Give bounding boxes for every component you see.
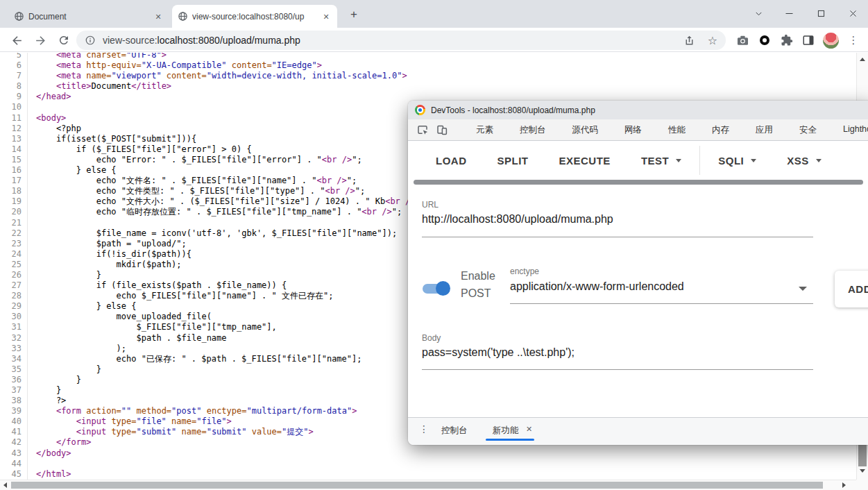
tab-close-icon[interactable]: ✕: [321, 11, 332, 22]
forward-button[interactable]: [32, 32, 49, 49]
devtools-title: DevTools - localhost:8080/upload/muma.ph…: [431, 105, 595, 115]
tab-console[interactable]: 控制台: [520, 124, 546, 136]
window-minimize-button[interactable]: [778, 3, 799, 24]
body-field-underline: [422, 369, 813, 370]
page-info-icon[interactable]: [85, 35, 96, 46]
scroll-right-icon[interactable]: [842, 482, 846, 488]
source-line: 8 <title>Document</title>: [0, 81, 856, 92]
address-text: view-source:localhost:8080/upload/muma.p…: [103, 35, 683, 46]
chrome-logo-icon: [415, 105, 425, 115]
body-field-value[interactable]: pass=system('type ..\test.php');: [422, 346, 575, 359]
toggle-thumb: [436, 281, 450, 296]
body-field-label: Body: [422, 333, 441, 343]
drawer-tab-whats-new[interactable]: 新功能: [493, 425, 519, 437]
devtools-tabs: 元素 控制台 源代码 网络 性能 内存 应用 安全 Lighthouse: [476, 124, 868, 136]
scroll-left-icon[interactable]: [3, 482, 7, 488]
scrollbar-corner: [856, 480, 868, 490]
tab-sources[interactable]: 源代码: [572, 124, 599, 136]
tab-view-source[interactable]: view-source:localhost:8080/up ✕: [172, 5, 337, 28]
chevron-down-icon: [816, 159, 822, 162]
address-path: localhost:8080/upload/muma.php: [158, 35, 300, 46]
split-button[interactable]: SPLIT: [497, 155, 529, 167]
hackbar-buttons: LOAD SPLIT EXECUTE TEST SQLI XSS: [408, 144, 868, 177]
tab-security[interactable]: 安全: [799, 124, 817, 136]
profile-avatar[interactable]: [822, 32, 839, 49]
screenshot-camera-icon[interactable]: [734, 32, 751, 49]
execute-button[interactable]: EXECUTE: [559, 155, 611, 167]
tab-strip: Document ✕ view-source:localhost:8080/up…: [0, 0, 868, 28]
enctype-select-value[interactable]: application/x-www-form-urlencoded: [510, 280, 684, 293]
window-chevron-button[interactable]: [748, 3, 769, 24]
browser-window: Document ✕ view-source:localhost:8080/up…: [0, 0, 868, 490]
browser-menu-icon[interactable]: ⋮: [845, 32, 862, 49]
source-line: 43</body>: [0, 448, 856, 459]
reload-button[interactable]: [56, 32, 72, 49]
window-maximize-button[interactable]: [810, 3, 831, 24]
hackbar-panel: LOAD SPLIT EXECUTE TEST SQLI XSS URL htt…: [408, 141, 868, 417]
chevron-down-icon: [751, 159, 756, 162]
source-line: 44: [0, 459, 856, 469]
drawer-menu-icon[interactable]: ⋮: [419, 423, 429, 435]
add-button[interactable]: ADD: [835, 271, 868, 307]
device-toolbar-icon[interactable]: [436, 123, 448, 137]
tab-document[interactable]: Document ✕: [8, 5, 169, 28]
horizontal-scroll-thumb[interactable]: [11, 482, 823, 489]
new-tab-button[interactable]: +: [346, 7, 361, 22]
enctype-field-underline: [510, 303, 813, 304]
source-line: 5 <meta charset="UTF-8">: [0, 53, 856, 60]
tab-network[interactable]: 网络: [624, 124, 642, 136]
drawer-tab-console[interactable]: 控制台: [441, 425, 468, 437]
tab-performance[interactable]: 性能: [668, 124, 686, 136]
window-close-button[interactable]: [842, 3, 863, 24]
tab-title: Document: [28, 12, 148, 22]
xss-menu-button[interactable]: XSS: [787, 155, 822, 167]
panel-scrollbar-thumb[interactable]: [414, 180, 863, 185]
tab-application[interactable]: 应用: [756, 124, 773, 136]
source-line: 7 <meta name="viewport" content="width=d…: [0, 71, 856, 81]
source-line: 6 <meta http-equiv="X-UA-Compatible" con…: [0, 60, 856, 71]
load-button[interactable]: LOAD: [436, 155, 467, 167]
side-panel-icon[interactable]: [800, 32, 817, 49]
source-line: 45</html>: [0, 469, 856, 480]
devtools-titlebar[interactable]: DevTools - localhost:8080/upload/muma.ph…: [408, 101, 868, 119]
recorder-ring-icon[interactable]: [756, 32, 773, 49]
globe-favicon-icon: [14, 11, 24, 22]
globe-favicon-icon: [178, 11, 188, 22]
chevron-down-icon: [676, 159, 681, 162]
url-field-underline: [422, 237, 813, 237]
url-field-value[interactable]: http://localhost:8080/upload/muma.php: [422, 213, 613, 226]
enctype-field-label: enctype: [510, 267, 539, 276]
test-menu-button[interactable]: TEST: [641, 155, 681, 167]
devtools-window: DevTools - localhost:8080/upload/muma.ph…: [408, 101, 868, 445]
tab-memory[interactable]: 内存: [712, 124, 729, 136]
button-divider: [699, 146, 700, 175]
enable-post-label: Enable POST: [461, 267, 511, 302]
back-button[interactable]: [8, 32, 25, 49]
tab-title: view-source:localhost:8080/up: [192, 12, 316, 22]
sqli-menu-button[interactable]: SQLI: [718, 155, 756, 167]
bookmark-star-icon[interactable]: ☆: [708, 34, 717, 47]
devtools-tabbar: 元素 控制台 源代码 网络 性能 内存 应用 安全 Lighthouse: [408, 119, 868, 141]
horizontal-scrollbar[interactable]: [0, 480, 856, 490]
share-icon[interactable]: [683, 35, 695, 47]
tab-lighthouse[interactable]: Lighthouse: [843, 124, 868, 136]
devtools-drawer: ⋮ 控制台 新功能 ✕: [408, 417, 868, 445]
scroll-up-icon[interactable]: [860, 58, 865, 61]
select-dropdown-icon[interactable]: [799, 287, 807, 291]
scroll-down-icon[interactable]: [860, 469, 865, 473]
enable-post-toggle[interactable]: [420, 278, 458, 298]
drawer-tab-close-icon[interactable]: ✕: [526, 425, 532, 434]
tab-close-icon[interactable]: ✕: [153, 11, 164, 22]
address-scheme: view-source:: [103, 35, 158, 46]
url-field-label: URL: [422, 200, 439, 210]
inspect-element-icon[interactable]: [416, 123, 429, 137]
address-bar[interactable]: view-source:localhost:8080/upload/muma.p…: [76, 31, 726, 50]
extensions-puzzle-icon[interactable]: [778, 32, 795, 49]
active-tab-underline: [486, 439, 534, 441]
tab-elements[interactable]: 元素: [476, 124, 493, 136]
